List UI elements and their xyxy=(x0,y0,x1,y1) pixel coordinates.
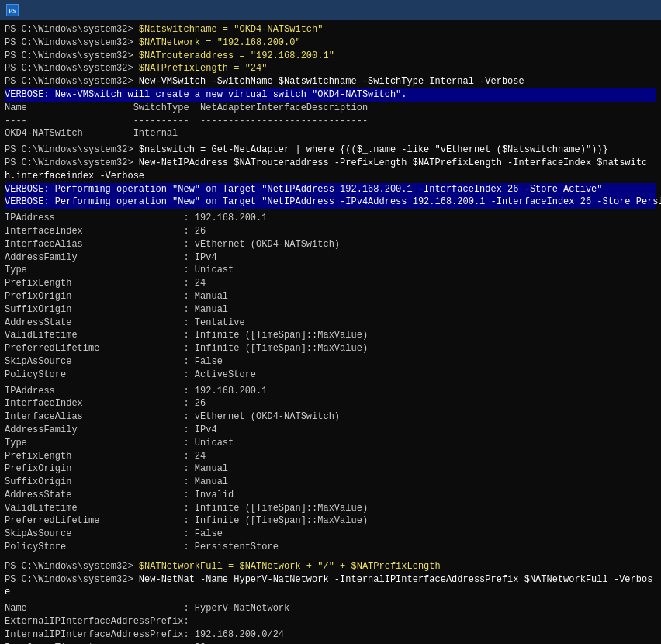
kv-line: PreferredLifetime : Infinite ([TimeSpan]… xyxy=(5,514,656,528)
kv-line: PrefixOrigin : Manual xyxy=(5,462,656,476)
command-line: PS C:\Windows\system32> $Natswitchname =… xyxy=(5,23,656,36)
kv-line: PrefixLength : 24 xyxy=(5,277,656,290)
command-line: PS C:\Windows\system32> $natswitch = Get… xyxy=(5,144,656,157)
kv-line: InterfaceAlias : vEthernet (OKD4-NATSwit… xyxy=(5,410,656,424)
kv-line: ExternalIPInterfaceAddressPrefix: xyxy=(5,615,656,628)
verbose-line: VERBOSE: Performing operation "New" on T… xyxy=(5,183,656,196)
command-line: PS C:\Windows\system32> New-VMSwitch -Sw… xyxy=(5,75,656,88)
kv-line: SkipAsSource : False xyxy=(5,528,656,541)
kv-line: Name : HyperV-NatNetwork xyxy=(5,602,656,615)
terminal-line: Name SwitchType NetAdapterInterfaceDescr… xyxy=(5,102,656,115)
kv-line: AddressFamily : IPv4 xyxy=(5,251,656,265)
kv-line: AddressFamily : IPv4 xyxy=(5,424,656,437)
terminal-line: ---- ---------- ------------------------… xyxy=(5,115,656,128)
svg-text:PS: PS xyxy=(9,7,16,15)
title-bar: PS xyxy=(0,0,661,20)
kv-line: InterfaceIndex : 26 xyxy=(5,225,656,238)
verbose-line: VERBOSE: New-VMSwitch will create a new … xyxy=(5,88,656,102)
command-line: PS C:\Windows\system32> New-NetNat -Name… xyxy=(5,573,656,600)
kv-line: IcmpQueryTimeout : 30 xyxy=(5,642,656,644)
kv-line: InterfaceIndex : 26 xyxy=(5,397,656,410)
kv-line: InterfaceAlias : vEthernet (OKD4-NATSwit… xyxy=(5,238,656,251)
title-bar-left: PS xyxy=(6,4,23,16)
window-controls xyxy=(614,2,655,18)
kv-line: PolicyStore : PersistentStore xyxy=(5,541,656,554)
kv-line: Type : Unicast xyxy=(5,264,656,277)
kv-line: SkipAsSource : False xyxy=(5,355,656,369)
command-line: PS C:\Windows\system32> $NATNetwork = "1… xyxy=(5,36,656,50)
kv-line: SuffixOrigin : Manual xyxy=(5,303,656,317)
terminal-line: OKD4-NATSwitch Internal xyxy=(5,127,656,140)
kv-line: PrefixOrigin : Manual xyxy=(5,290,656,303)
kv-line: AddressState : Tentative xyxy=(5,317,656,330)
kv-line: PreferredLifetime : Infinite ([TimeSpan]… xyxy=(5,342,656,355)
command-line: PS C:\Windows\system32> $NATPrefixLength… xyxy=(5,62,656,75)
kv-line: InternalIPInterfaceAddressPrefix: 192.16… xyxy=(5,628,656,642)
command-line: PS C:\Windows\system32> New-NetIPAddress… xyxy=(5,157,656,183)
command-line: PS C:\Windows\system32> $NATNetworkFull … xyxy=(5,560,656,573)
command-line: PS C:\Windows\system32> $NATrouteraddres… xyxy=(5,50,656,63)
close-button[interactable] xyxy=(635,2,655,18)
terminal-window[interactable]: PS C:\Windows\system32> $Natswitchname =… xyxy=(0,20,661,644)
powershell-icon: PS xyxy=(6,4,19,16)
minimize-button[interactable] xyxy=(614,2,635,18)
kv-line: PrefixLength : 24 xyxy=(5,450,656,463)
kv-line: ValidLifetime : Infinite ([TimeSpan]::Ma… xyxy=(5,329,656,342)
kv-line: ValidLifetime : Infinite ([TimeSpan]::Ma… xyxy=(5,502,656,515)
kv-line: AddressState : Invalid xyxy=(5,489,656,502)
kv-line: SuffixOrigin : Manual xyxy=(5,476,656,489)
verbose-line: VERBOSE: Performing operation "New" on T… xyxy=(5,196,656,209)
kv-line: IPAddress : 192.168.200.1 xyxy=(5,212,656,225)
kv-line: PolicyStore : ActiveStore xyxy=(5,369,656,382)
kv-line: IPAddress : 192.168.200.1 xyxy=(5,385,656,398)
kv-line: Type : Unicast xyxy=(5,437,656,450)
